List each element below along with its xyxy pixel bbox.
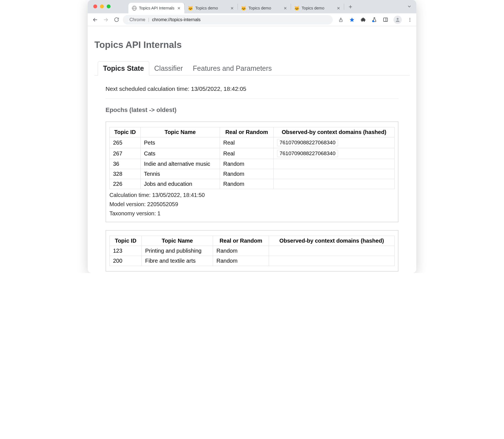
cell-topic-name: Jobs and education — [140, 179, 220, 189]
divider — [106, 98, 398, 99]
cat-favicon-icon: 🐱 — [188, 6, 193, 11]
omnibox-url: chrome://topics-internals — [152, 17, 200, 22]
tab-divider — [344, 4, 344, 10]
cell-topic-id: 265 — [110, 137, 141, 148]
cell-topic-name: Cats — [140, 148, 220, 159]
page-tab-features-and-parameters[interactable]: Features and Parameters — [188, 62, 277, 75]
cat-favicon-icon: 🐱 — [294, 6, 299, 11]
cell-topic-id: 200 — [110, 256, 142, 266]
extensions-icon[interactable] — [360, 17, 366, 23]
svg-rect-15 — [383, 18, 387, 21]
hash-chip: 7610709088227068340 — [277, 150, 338, 157]
back-button[interactable] — [91, 16, 99, 24]
table-row: 36Indie and alternative musicRandom — [110, 159, 395, 169]
tab-title: Topics demo — [302, 6, 334, 10]
topics-state-panel: Next scheduled calculation time: 13/05/2… — [94, 75, 410, 273]
fullscreen-window-button[interactable] — [107, 4, 111, 8]
next-calc-time: Next scheduled calculation time: 13/05/2… — [106, 86, 398, 92]
cell-topic-id: 226 — [110, 179, 141, 189]
cell-observed-domains — [269, 256, 394, 266]
window-controls — [93, 4, 111, 8]
kebab-menu-icon[interactable] — [407, 17, 413, 23]
forward-button[interactable] — [102, 16, 110, 24]
cell-topic-name: Fibre and textile arts — [142, 256, 213, 266]
close-window-button[interactable] — [93, 4, 97, 8]
svg-marker-13 — [350, 17, 354, 22]
page-content: Topics API Internals Topics StateClassif… — [88, 26, 416, 273]
model-version: Model version: 2205052059 — [109, 201, 395, 208]
column-header: Real or Random — [213, 236, 269, 246]
cell-observed-domains: 7610709088227068340 — [273, 137, 394, 148]
address-bar[interactable]: Chrome | chrome://topics-internals — [123, 15, 333, 25]
column-header: Observed-by context domains (hashed) — [273, 127, 394, 137]
minimize-window-button[interactable] — [100, 4, 104, 8]
cell-observed-domains — [273, 179, 394, 189]
column-header: Topic ID — [110, 236, 142, 246]
cat-favicon-icon: 🐱 — [241, 6, 246, 11]
epoch-box: Topic IDTopic NameReal or RandomObserved… — [106, 121, 398, 222]
close-tab-icon[interactable] — [336, 6, 341, 10]
page-tab-topics-state[interactable]: Topics State — [98, 61, 149, 75]
toolbar-actions — [338, 16, 413, 24]
bookmark-star-icon[interactable] — [349, 17, 355, 23]
column-header: Topic ID — [110, 127, 141, 137]
page-tabs: Topics StateClassifierFeatures and Param… — [94, 61, 410, 75]
table-row: 265PetsReal7610709088227068340 — [110, 137, 395, 148]
table-row: 226Jobs and educationRandom — [110, 179, 395, 189]
table-row: 123Printing and publishingRandom — [110, 246, 395, 256]
tabs-overflow-button[interactable] — [407, 4, 412, 10]
column-header: Topic Name — [140, 127, 220, 137]
browser-tab[interactable]: 🐱Topics demo — [185, 3, 238, 13]
page-title: Topics API Internals — [94, 40, 410, 50]
globe-icon — [132, 6, 137, 11]
svg-point-20 — [410, 21, 410, 21]
cell-observed-domains — [273, 159, 394, 169]
cell-observed-domains — [269, 246, 394, 256]
cell-topic-name: Indie and alternative music — [140, 159, 220, 169]
cell-real-or-random: Random — [213, 256, 269, 266]
cell-topic-name: Tennis — [140, 169, 220, 179]
hash-chip: 7610709088227068340 — [277, 139, 338, 146]
cell-real-or-random: Random — [213, 246, 269, 256]
close-tab-icon[interactable] — [283, 6, 287, 10]
profile-avatar[interactable] — [393, 16, 402, 24]
browser-tab[interactable]: 🐱Topics demo — [291, 3, 344, 13]
cell-real-or-random: Random — [220, 169, 273, 179]
titlebar: Topics API Internals🐱Topics demo🐱Topics … — [88, 0, 416, 13]
cell-real-or-random: Random — [220, 179, 273, 189]
page-tab-classifier[interactable]: Classifier — [149, 62, 188, 75]
tab-strip: Topics API Internals🐱Topics demo🐱Topics … — [128, 0, 416, 13]
cell-real-or-random: Random — [220, 159, 273, 169]
calc-time: Calculation time: 13/05/2022, 18:41:50 — [109, 192, 395, 198]
omnibox-separator: | — [148, 17, 149, 22]
cell-topic-id: 267 — [110, 148, 141, 159]
cell-real-or-random: Real — [220, 137, 273, 148]
topics-table: Topic IDTopic NameReal or RandomObserved… — [109, 236, 395, 266]
svg-point-17 — [397, 18, 399, 20]
sidepanel-icon[interactable] — [382, 17, 388, 23]
epoch-box: Topic IDTopic NameReal or RandomObserved… — [106, 230, 398, 272]
browser-tab[interactable]: 🐱Topics demo — [238, 3, 291, 13]
share-icon[interactable] — [338, 17, 344, 23]
table-row: 328TennisRandom — [110, 169, 395, 179]
reload-button[interactable] — [112, 16, 121, 24]
labs-icon[interactable] — [371, 17, 377, 23]
close-tab-icon[interactable] — [230, 6, 234, 10]
new-tab-button[interactable] — [346, 2, 355, 11]
epochs-heading: Epochs (latest -> oldest) — [106, 106, 398, 114]
taxonomy-version: Taxonomy version: 1 — [109, 210, 395, 217]
cell-observed-domains — [273, 169, 394, 179]
column-header: Observed-by context domains (hashed) — [269, 236, 394, 246]
browser-tab[interactable]: Topics API Internals — [128, 3, 184, 13]
svg-point-19 — [410, 19, 410, 20]
cell-topic-id: 123 — [110, 246, 142, 256]
topics-table: Topic IDTopic NameReal or RandomObserved… — [109, 127, 395, 189]
cell-topic-id: 36 — [110, 159, 141, 169]
close-tab-icon[interactable] — [177, 6, 181, 10]
omnibox-prefix: Chrome — [129, 17, 145, 22]
cell-observed-domains: 7610709088227068340 — [273, 148, 394, 159]
cell-topic-name: Pets — [140, 137, 220, 148]
svg-point-14 — [372, 20, 374, 22]
tab-title: Topics API Internals — [139, 6, 174, 10]
tab-title: Topics demo — [195, 6, 227, 10]
